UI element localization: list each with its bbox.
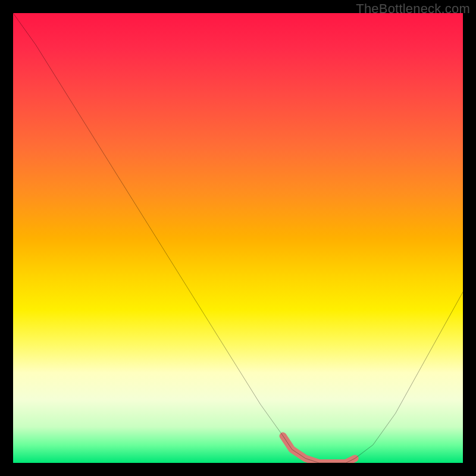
optimal-highlight-line [13, 13, 463, 463]
watermark-text: TheBottleneck.com [356, 1, 470, 17]
chart-frame: TheBottleneck.com [0, 0, 476, 476]
bottleneck-curve-line [13, 13, 463, 463]
chart-plot-area [13, 13, 463, 463]
